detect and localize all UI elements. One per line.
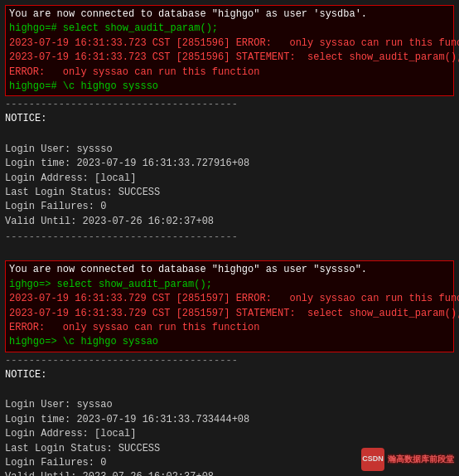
fail1: Login Failures: 0	[5, 200, 454, 214]
divider2: ---------------------------------------	[5, 231, 454, 245]
line-header2: You are now connected to database "highg…	[9, 263, 450, 277]
line-header1: You are now connected to database "highg…	[9, 7, 450, 22]
csdn-logo: CSDN	[361, 448, 384, 471]
addr1: Login Address: [local]	[5, 172, 454, 186]
line-err2-1: 2023-07-19 16:31:33.729 CST [2851597] ER…	[9, 292, 450, 306]
valid2: Valid Until: 2023-07-26 16:02:37+08	[5, 470, 454, 476]
watermark: CSDN 瀚高数据库前段堂	[361, 448, 454, 471]
line-cmd2: highgo=# \c highgo syssso	[9, 80, 450, 94]
divider1: ---------------------------------------	[5, 98, 454, 112]
line-cmd1: highgo=# select show_audit_param();	[9, 22, 450, 36]
line-err2-3: ERROR: only syssao can run this function	[9, 321, 450, 335]
login1: Login User: syssso	[5, 143, 454, 157]
login2: Login User: syssao	[5, 398, 454, 412]
line-cmd4: highgo=> \c highgo syssao	[9, 335, 450, 349]
line-err1-2: 2023-07-19 16:31:33.723 CST [2851596] ST…	[9, 51, 450, 65]
time1: Login time: 2023-07-19 16:31:33.727916+0…	[5, 157, 454, 171]
time2: Login time: 2023-07-19 16:31:33.733444+0…	[5, 413, 454, 427]
valid1: Valid Until: 2023-07-26 16:02:37+08	[5, 215, 454, 229]
line-err1-1: 2023-07-19 16:31:33.723 CST [2851596] ER…	[9, 36, 450, 51]
watermark-text: 瀚高数据库前段堂	[388, 454, 454, 465]
error-block-2: You are now connected to database "highg…	[5, 260, 454, 352]
blank3	[5, 382, 454, 396]
error-block-1: You are now connected to database "highg…	[5, 5, 454, 96]
notice1: NOTICE:	[5, 112, 454, 126]
blank2	[5, 245, 454, 259]
divider3: ---------------------------------------	[5, 354, 454, 368]
line-err2-2: 2023-07-19 16:31:33.729 CST [2851597] ST…	[9, 307, 450, 321]
login-info-1: Login User: syssso Login time: 2023-07-1…	[5, 143, 454, 229]
notice2: NOTICE:	[5, 368, 454, 382]
line-cmd3: ighgo=> select show_audit_param();	[9, 278, 450, 292]
blank1	[5, 127, 454, 141]
terminal: You are now connected to database "highg…	[0, 0, 459, 476]
line-err1-3: ERROR: only syssao can run this function	[9, 66, 450, 80]
addr2: Login Address: [local]	[5, 427, 454, 441]
status1: Last Login Status: SUCCESS	[5, 186, 454, 200]
